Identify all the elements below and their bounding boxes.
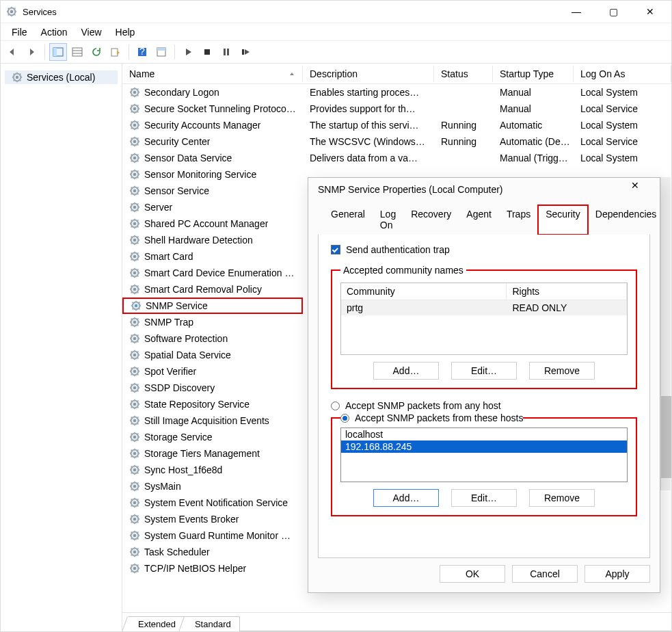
service-startup: Automatic (De…	[493, 136, 574, 147]
ok-button[interactable]: OK	[440, 565, 505, 583]
col-description[interactable]: Description	[303, 66, 434, 82]
svg-line-43	[131, 89, 133, 90]
host-remove-button[interactable]: Remove	[529, 489, 595, 507]
gear-icon	[129, 103, 140, 114]
svg-line-78	[137, 138, 139, 140]
service-name: Spot Verifier	[144, 366, 196, 377]
host-add-button[interactable]: Add…	[373, 489, 439, 507]
pause-service-button[interactable]	[217, 43, 235, 61]
community-col-header[interactable]: Community	[341, 283, 507, 300]
properties-button[interactable]	[152, 43, 170, 61]
scrollbar-thumb[interactable]	[661, 396, 671, 478]
col-startup[interactable]: Startup Type	[493, 66, 574, 82]
service-description: Provides support for th…	[303, 103, 434, 114]
col-status[interactable]: Status	[434, 66, 493, 82]
svg-line-154	[137, 259, 139, 261]
help-button[interactable]: ?	[133, 43, 151, 61]
apply-button[interactable]: Apply	[584, 565, 650, 583]
service-name: Still Image Acquisition Events	[144, 415, 269, 426]
tab-security[interactable]: Security	[538, 205, 588, 235]
service-row[interactable]: Secure Socket Tunneling Protocol Se… Pro…	[122, 101, 671, 117]
svg-point-27	[16, 76, 18, 79]
tab-extended[interactable]: Extended	[128, 616, 185, 631]
community-add-button[interactable]: Add…	[373, 362, 439, 380]
svg-line-35	[14, 80, 15, 81]
svg-line-121	[137, 210, 139, 211]
menu-help[interactable]: Help	[109, 25, 142, 39]
svg-line-132	[137, 226, 139, 228]
svg-line-331	[137, 516, 139, 517]
tab-log-on[interactable]: Log On	[373, 205, 403, 235]
export-icon	[110, 47, 121, 57]
radio-any-host[interactable]	[331, 401, 340, 410]
pause-icon	[221, 47, 232, 57]
host-item-selected[interactable]: 192.168.88.245	[341, 440, 627, 453]
svg-point-346	[133, 551, 136, 553]
svg-line-330	[137, 522, 139, 523]
refresh-button[interactable]	[88, 43, 105, 61]
hosts-listbox[interactable]: localhost 192.168.88.245	[340, 427, 628, 482]
forward-button[interactable]	[23, 43, 40, 61]
menu-file[interactable]: File	[5, 25, 34, 39]
start-service-button[interactable]	[179, 43, 197, 61]
col-name[interactable]: Name	[122, 66, 303, 82]
accept-any-host-row[interactable]: Accept SNMP packets from any host	[331, 400, 637, 411]
svg-line-332	[131, 522, 133, 523]
service-logon: Local System	[574, 87, 671, 98]
tree-root-services-local[interactable]: Services (Local)	[5, 70, 118, 84]
radio-these-hosts[interactable]	[340, 414, 349, 423]
svg-point-60	[133, 124, 136, 127]
host-edit-button[interactable]: Edit…	[451, 489, 517, 507]
service-row[interactable]: Security Accounts Manager The startup of…	[122, 117, 671, 133]
list-icon	[72, 47, 83, 57]
tab-dependencies[interactable]: Dependencies	[588, 205, 664, 235]
svg-line-34	[20, 74, 21, 75]
menu-view[interactable]: View	[74, 25, 108, 39]
tab-standard[interactable]: Standard	[185, 616, 240, 631]
svg-line-46	[131, 95, 133, 96]
back-button[interactable]	[3, 43, 21, 61]
accept-these-hosts-row[interactable]: Accept SNMP packets from these hosts	[340, 412, 523, 423]
rights-col-header[interactable]: Rights	[507, 283, 627, 300]
stop-service-button[interactable]	[198, 43, 216, 61]
svg-line-365	[131, 571, 133, 572]
service-name: Server	[144, 202, 172, 213]
svg-line-98	[131, 171, 133, 172]
tab-recovery[interactable]: Recovery	[403, 205, 459, 235]
tab-traps[interactable]: Traps	[499, 205, 538, 235]
service-description: The WSCSVC (Windows…	[303, 136, 434, 147]
dialog-close-button[interactable]: ✕	[631, 180, 654, 199]
tab-agent[interactable]: Agent	[459, 205, 499, 235]
details-button[interactable]	[68, 43, 86, 61]
community-table[interactable]: Community Rights prtg READ ONLY	[340, 282, 628, 355]
list-header: Name Description Status Startup Type Log…	[122, 64, 671, 84]
col-logon[interactable]: Log On As	[574, 66, 671, 82]
svg-line-254	[137, 401, 139, 402]
close-button[interactable]: ✕	[634, 1, 666, 23]
host-item[interactable]: localhost	[341, 428, 627, 440]
send-auth-trap-checkbox[interactable]	[331, 245, 340, 254]
service-row[interactable]: Security Center The WSCSVC (Windows… Run…	[122, 133, 671, 150]
svg-point-236	[133, 386, 136, 389]
tab-general[interactable]: General	[323, 205, 373, 235]
radio-any-host-label: Accept SNMP packets from any host	[345, 400, 501, 411]
minimize-button[interactable]: —	[561, 1, 592, 23]
svg-point-280	[133, 452, 136, 455]
service-name: Smart Card Removal Policy	[144, 284, 262, 295]
service-name: Secondary Logon	[144, 87, 219, 98]
svg-line-197	[131, 319, 133, 320]
show-hide-tree-button[interactable]	[49, 43, 67, 61]
service-row[interactable]: Sensor Data Service Delivers data from a…	[122, 150, 671, 166]
radio-these-hosts-label: Accept SNMP packets from these hosts	[355, 412, 523, 423]
svg-line-65	[131, 122, 133, 123]
cancel-button[interactable]: Cancel	[512, 565, 578, 583]
maximize-button[interactable]: ▢	[597, 1, 629, 23]
community-edit-button[interactable]: Edit…	[451, 362, 517, 380]
community-row[interactable]: prtg READ ONLY	[341, 300, 627, 315]
gear-icon	[129, 267, 140, 278]
restart-service-button[interactable]	[237, 43, 254, 61]
community-remove-button[interactable]: Remove	[529, 362, 595, 380]
service-row[interactable]: Secondary Logon Enables starting proces……	[122, 84, 671, 101]
export-button[interactable]	[107, 43, 124, 61]
menu-action[interactable]: Action	[34, 25, 75, 39]
